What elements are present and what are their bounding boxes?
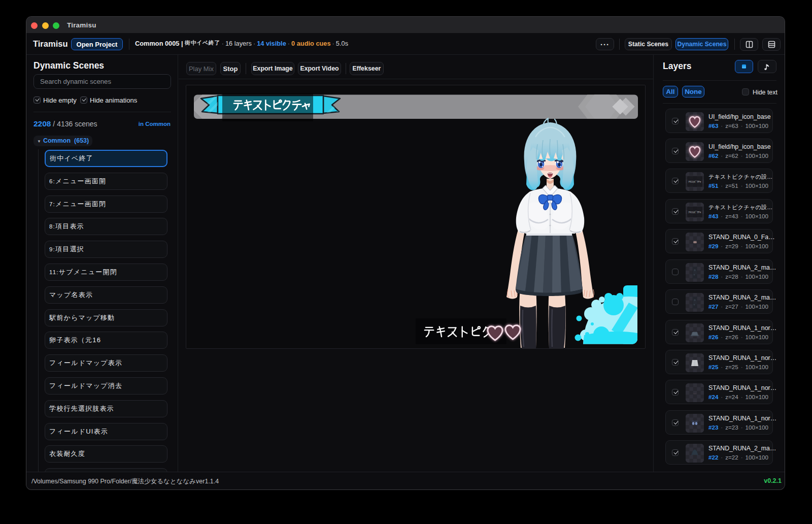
svg-text:ﾃｷｽﾄﾋﾟｸﾁｬ: ﾃｷｽﾄﾋﾟｸﾁｬ xyxy=(689,211,701,214)
svg-text:ﾃｷｽﾄﾋﾟｸﾁｬ: ﾃｷｽﾄﾋﾟｸﾁｬ xyxy=(689,180,701,183)
